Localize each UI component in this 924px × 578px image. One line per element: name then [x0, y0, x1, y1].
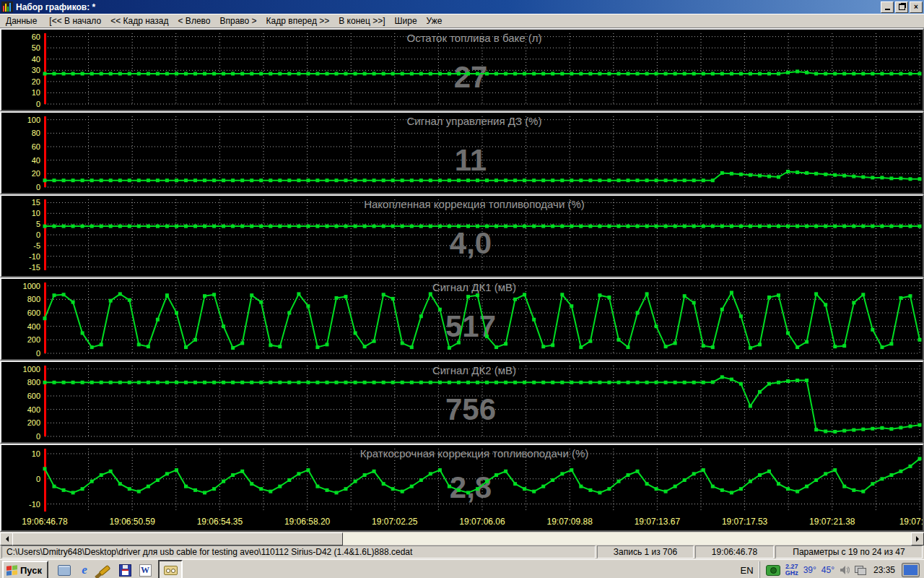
menu-item-3[interactable]: << Кадр назад — [110, 16, 168, 26]
chart-panel-longterm-fuel-trim[interactable]: -15-10-50510154,0Накопленная коррекция т… — [0, 194, 924, 277]
svg-text:Остаток топлива в баке (л): Остаток топлива в баке (л) — [407, 32, 542, 44]
start-button-label: Пуск — [20, 565, 42, 576]
scroll-left-button[interactable] — [0, 532, 13, 545]
minimize-icon — [885, 9, 890, 10]
status-cursor-time: 19:06:46.78 — [695, 545, 774, 558]
svg-text:2,8: 2,8 — [450, 470, 492, 504]
svg-text:19:07:09.88: 19:07:09.88 — [546, 517, 593, 527]
svg-text:400: 400 — [27, 322, 40, 331]
chart-panel-shortterm-fuel-trim[interactable]: -100102,8Краткосрочная коррекция топливо… — [0, 444, 924, 532]
restore-button[interactable] — [895, 1, 908, 13]
status-file-path: C:\Users\Dmitry648\Desktop\driver для us… — [1, 545, 596, 558]
show-desktop-icon[interactable] — [57, 563, 71, 577]
temperature-readout-2: 45° — [821, 565, 834, 575]
menubar: Данные[<< В начало<< Кадр назад< ВлевоВп… — [0, 14, 924, 28]
svg-text:30: 30 — [32, 66, 40, 74]
menu-item-5[interactable]: Вправо > — [219, 16, 256, 26]
monitor-icon[interactable] — [902, 564, 919, 577]
cpu-frequency-readout: 2.27GHz — [785, 564, 798, 577]
active-app-taskbar-button[interactable] — [158, 560, 183, 578]
menu-item-4[interactable]: < Влево — [178, 16, 211, 26]
svg-text:Краткосрочная коррекция топлив: Краткосрочная коррекция топливоподачи (%… — [360, 447, 589, 460]
svg-text:5: 5 — [36, 220, 40, 228]
svg-text:50: 50 — [32, 43, 40, 52]
svg-text:0: 0 — [36, 100, 40, 108]
svg-text:800: 800 — [27, 378, 40, 387]
svg-text:100: 100 — [27, 116, 40, 124]
minimize-button[interactable] — [881, 1, 894, 13]
svg-text:19:06:50.59: 19:06:50.59 — [109, 517, 155, 527]
svg-text:Накопленная коррекция топливоп: Накопленная коррекция топливоподачи (%) — [364, 198, 585, 210]
svg-text:80: 80 — [32, 129, 40, 137]
windows-logo-icon — [6, 565, 17, 576]
paint-brush-icon[interactable] — [97, 563, 112, 577]
statusbar: C:\Users\Dmitry648\Desktop\driver для us… — [0, 545, 924, 559]
svg-text:40: 40 — [32, 55, 40, 64]
app-icon — [1, 1, 13, 12]
svg-text:19:07:13.67: 19:07:13.67 — [635, 517, 681, 527]
charts-area: 010203040506027Остаток топлива в баке (л… — [0, 28, 924, 532]
svg-text:11: 11 — [455, 143, 487, 177]
svg-text:800: 800 — [27, 295, 40, 303]
svg-text:60: 60 — [32, 33, 40, 41]
start-button[interactable]: Пуск — [2, 561, 48, 578]
svg-text:-15: -15 — [29, 263, 40, 272]
svg-text:19:07:06.06: 19:07:06.06 — [459, 517, 505, 527]
svg-text:19:07:17.53: 19:07:17.53 — [722, 517, 768, 527]
menu-item-1[interactable]: Данные — [6, 16, 37, 26]
close-button[interactable]: × — [910, 1, 923, 13]
word-icon[interactable]: W — [138, 563, 152, 577]
svg-text:0: 0 — [36, 475, 40, 483]
scroll-right-button[interactable] — [911, 532, 924, 545]
speaker-icon[interactable] — [840, 565, 850, 575]
svg-text:1000: 1000 — [23, 365, 40, 374]
window-title: Набор графиков: * — [16, 2, 879, 12]
svg-text:10: 10 — [32, 449, 40, 458]
quick-launch-bar: e W — [57, 563, 152, 577]
svg-text:40: 40 — [32, 156, 40, 165]
chart-panel-o2-sensor-1[interactable]: 02004006008001000517Сигнал ДК1 (мВ) — [0, 277, 924, 361]
svg-text:4,0: 4,0 — [450, 226, 492, 260]
save-floppy-icon[interactable] — [118, 563, 132, 577]
horizontal-scrollbar[interactable] — [0, 532, 924, 545]
svg-text:19:07:25.2: 19:07:25.2 — [899, 517, 923, 527]
taskbar-clock[interactable]: 23:35 — [871, 565, 897, 575]
internet-explorer-icon[interactable]: e — [77, 563, 92, 577]
language-indicator[interactable]: EN — [735, 565, 759, 576]
svg-text:15: 15 — [32, 198, 40, 207]
svg-text:20: 20 — [32, 77, 40, 86]
svg-text:-10: -10 — [29, 252, 40, 261]
cassette-icon — [164, 566, 178, 575]
titlebar[interactable]: Набор графиков: * × — [0, 0, 924, 14]
svg-text:19:06:54.35: 19:06:54.35 — [197, 517, 243, 527]
svg-text:600: 600 — [27, 392, 40, 400]
svg-text:10: 10 — [32, 88, 40, 97]
status-params-range: Параметры с 19 по 24 из 47 — [775, 545, 923, 558]
svg-text:0: 0 — [36, 183, 40, 191]
svg-text:0: 0 — [36, 349, 40, 358]
camera-icon[interactable] — [766, 565, 780, 576]
svg-text:Сигнал ДК2 (мВ): Сигнал ДК2 (мВ) — [432, 364, 516, 376]
menu-item-2[interactable]: [<< В начало — [49, 16, 101, 26]
svg-text:19:07:21.38: 19:07:21.38 — [809, 517, 855, 527]
menu-item-9[interactable]: Уже — [427, 16, 443, 26]
svg-text:0: 0 — [36, 230, 40, 239]
svg-text:20: 20 — [32, 169, 40, 178]
system-tray: 2.27GHz 39° 45° 23:35 — [759, 561, 922, 578]
svg-text:200: 200 — [27, 418, 40, 427]
svg-text:400: 400 — [27, 405, 40, 414]
svg-text:-5: -5 — [33, 241, 40, 250]
chart-panel-o2-sensor-2[interactable]: 02004006008001000756Сигнал ДК2 (мВ) — [0, 361, 924, 444]
menu-item-7[interactable]: В конец >>] — [339, 16, 385, 26]
chart-panel-throttle-signal[interactable]: 02040608010011Сигнал управления ДЗ (%) — [0, 111, 924, 194]
svg-text:19:06:58.20: 19:06:58.20 — [284, 517, 331, 527]
scrollbar-thumb[interactable] — [12, 532, 343, 545]
menu-item-8[interactable]: Шире — [395, 16, 417, 26]
network-icon[interactable] — [855, 566, 866, 575]
temperature-readout-1: 39° — [803, 565, 816, 575]
svg-text:0: 0 — [36, 432, 40, 441]
svg-text:Сигнал ДК1 (мВ): Сигнал ДК1 (мВ) — [432, 281, 516, 293]
menu-item-6[interactable]: Кадр вперед >> — [266, 16, 330, 26]
arrow-left-icon — [3, 536, 9, 542]
chart-panel-fuel-level[interactable]: 010203040506027Остаток топлива в баке (л… — [0, 28, 924, 111]
